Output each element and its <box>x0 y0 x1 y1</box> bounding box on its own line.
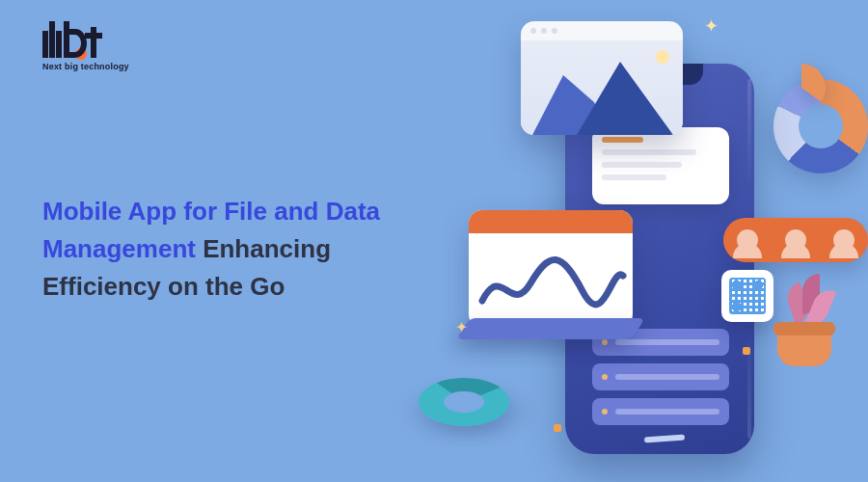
widget-row <box>602 162 682 168</box>
picture-card-header <box>521 21 683 40</box>
line-chart-icon <box>469 233 633 328</box>
avatar-icon <box>833 229 854 251</box>
sparkle-icon: ✦ <box>455 318 468 336</box>
widget-row <box>602 137 643 143</box>
dot-icon <box>743 347 750 355</box>
logo-mark <box>42 21 129 58</box>
brand-logo: Next big technology <box>42 21 129 71</box>
sparkle-icon: ✦ <box>704 15 719 37</box>
qr-tile <box>721 270 773 322</box>
hero-line2-plain: Enhancing <box>196 234 331 263</box>
list-panel <box>592 329 729 425</box>
sun-icon <box>656 50 669 64</box>
widget-row <box>602 149 696 155</box>
picture-card-body <box>521 40 683 135</box>
chart-card-platform <box>456 318 645 339</box>
pot-icon <box>777 330 831 366</box>
hero-line1-accent: Mobile App for File and Data <box>42 197 380 226</box>
ring-shape-icon <box>410 373 517 430</box>
people-pill <box>723 218 868 262</box>
plant-pot-icon <box>777 330 831 366</box>
picture-card <box>521 21 683 135</box>
widget-row <box>602 174 666 180</box>
chart-card-header <box>469 210 633 233</box>
mountain-icon <box>577 62 673 135</box>
hero-line3-plain: Efficiency on the Go <box>42 272 285 301</box>
dot-icon <box>554 424 561 432</box>
avatar-icon <box>785 229 806 251</box>
widget-card <box>592 127 729 204</box>
avatar-icon <box>737 229 758 251</box>
hero-line2-accent: Management <box>42 234 196 263</box>
logo-tagline: Next big technology <box>42 62 129 71</box>
hero-heading: Mobile App for File and Data Management … <box>42 193 457 306</box>
qr-code-icon <box>729 278 766 314</box>
list-item <box>592 398 729 425</box>
chart-card <box>469 210 633 328</box>
pie-chart-slice-icon <box>777 64 826 112</box>
list-item <box>592 363 729 390</box>
illustration: ✦ ✦ <box>444 0 868 482</box>
